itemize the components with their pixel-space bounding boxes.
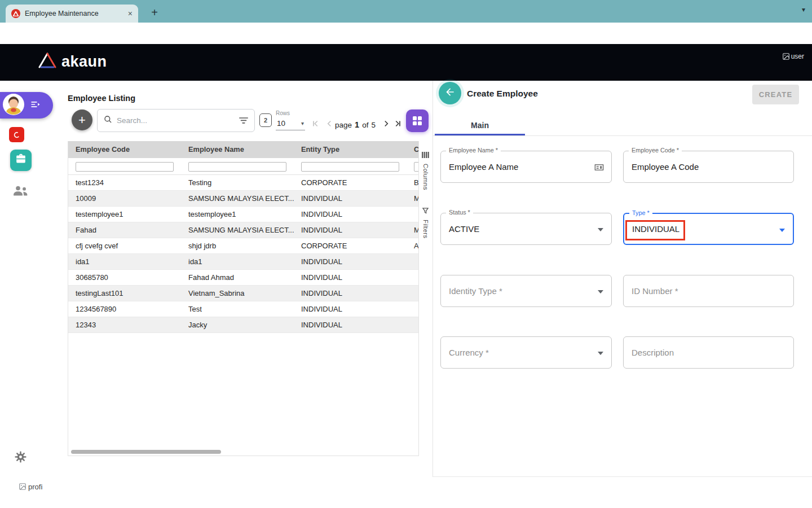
chevron-down-icon (598, 228, 603, 231)
status-field[interactable]: Status * ACTIVE (440, 213, 612, 245)
filter-input-clipped[interactable] (414, 162, 419, 172)
cell-employee-name: SAMSUNG MALAYSIA ELECT... (181, 226, 294, 234)
cell-employee-code: cfj cvefg cvef (68, 242, 181, 250)
columns-side-tab-label: Columns (422, 164, 429, 190)
sidebar-item-employee-applet[interactable] (10, 150, 32, 171)
sidebar-item-pdf-applet[interactable] (9, 127, 24, 142)
cell-entity-type: INDIVIDUAL (294, 289, 407, 297)
app-header: akaun user (0, 44, 812, 81)
last-page-button[interactable] (393, 119, 403, 129)
filters-side-tab[interactable]: Filters (422, 206, 429, 238)
cell-clipped: M (407, 194, 419, 203)
akaun-brand[interactable]: akaun (38, 52, 107, 71)
tab-favicon-icon (11, 9, 20, 18)
chevron-down-icon: ▾ (301, 120, 304, 126)
back-button-create[interactable] (439, 82, 461, 104)
sidebar-item-group[interactable] (13, 186, 28, 198)
table-row[interactable]: ida1 ida1 INDIVIDUAL (68, 254, 418, 270)
browser-toolbar: ← → ↻ akaun.cloud/#/applets/wavelet/erp/… (0, 23, 812, 44)
tab-title: Employee Maintenance (25, 10, 123, 17)
filter-funnel-icon (422, 206, 429, 216)
broken-image-icon (19, 483, 27, 492)
view-grid-button[interactable] (406, 110, 429, 132)
address-book-icon[interactable] (594, 162, 604, 175)
annotation-highlight-box (625, 220, 685, 240)
search-input[interactable] (117, 116, 235, 125)
employee-name-value: Employee A Name (449, 151, 518, 182)
cell-entity-type: INDIVIDUAL (294, 257, 407, 266)
tab-main[interactable]: Main (435, 116, 525, 134)
cell-entity-type: INDIVIDUAL (294, 273, 407, 282)
column-header-employee-name[interactable]: Employee Name (181, 141, 294, 158)
add-employee-button[interactable]: + (72, 110, 92, 130)
profile-image-alt-text: profi (28, 483, 42, 491)
cell-entity-type: INDIVIDUAL (294, 210, 407, 218)
cell-employee-code: 12343 (68, 321, 181, 329)
sidebar-profile-pill[interactable] (0, 92, 53, 119)
previous-page-button[interactable] (324, 119, 334, 129)
create-button[interactable]: CREATE (752, 85, 799, 104)
new-tab-button[interactable]: + (147, 5, 162, 20)
search-icon (104, 115, 112, 126)
rows-per-page-select[interactable]: Rows 10 ▾ (276, 110, 305, 130)
identity-type-placeholder: Identity Type * (449, 275, 502, 306)
search-box[interactable] (97, 109, 255, 132)
table-row[interactable]: 12343 Jacky INDIVIDUAL (68, 317, 418, 333)
cell-employee-code: 30685780 (68, 273, 181, 282)
column-header-clipped[interactable]: Cu (407, 141, 419, 158)
cell-employee-code: testemployee1 (68, 210, 181, 218)
filters-side-tab-label: Filters (422, 220, 429, 238)
table-row[interactable]: 30685780 Fahad Ahmad INDIVIDUAL (68, 270, 418, 286)
search-filter-icon[interactable] (239, 116, 248, 126)
page-size-icon[interactable]: 2 (259, 113, 272, 127)
user-avatar-broken-image[interactable]: user (782, 52, 804, 62)
columns-side-tab[interactable]: Columns (422, 150, 429, 190)
cell-employee-code: 10009 (68, 194, 181, 203)
next-page-button[interactable] (381, 119, 391, 129)
rows-per-page-value: 10 (277, 119, 285, 128)
filter-input-entity-type[interactable] (301, 162, 399, 172)
chevron-down-icon (779, 229, 785, 232)
cell-clipped: AC (407, 242, 419, 250)
id-number-field[interactable]: ID Number * (623, 275, 794, 307)
tabs-divider (433, 135, 812, 136)
cell-employee-name: SAMSUNG MALAYSIA ELECT... (181, 194, 294, 203)
cell-employee-name: shjd jdrb (181, 242, 294, 250)
identity-type-field[interactable]: Identity Type * (440, 275, 612, 307)
settings-gear-icon[interactable] (14, 450, 27, 466)
browser-tab[interactable]: Employee Maintenance × (6, 5, 138, 23)
column-header-entity-type[interactable]: Entity Type (294, 141, 407, 158)
broken-image-icon (782, 52, 790, 62)
description-field[interactable]: Description (623, 336, 794, 369)
chevron-down-icon (598, 352, 603, 355)
type-field[interactable]: Type * INDIVIDUAL (623, 213, 794, 245)
employee-name-field[interactable]: Employee Name * Employee A Name (440, 151, 612, 183)
first-page-button[interactable] (310, 119, 320, 129)
table-row[interactable]: Fahad SAMSUNG MALAYSIA ELECT... INDIVIDU… (68, 222, 418, 238)
cell-entity-type: INDIVIDUAL (294, 321, 407, 329)
horizontal-scrollbar-thumb[interactable] (71, 450, 221, 454)
employee-code-field[interactable]: Employee Code * Employee A Code (623, 151, 794, 183)
tab-close-icon[interactable]: × (128, 9, 133, 18)
tab-list-chevron-icon[interactable]: ▾ (802, 6, 805, 14)
cell-employee-name: Jacky (181, 321, 294, 329)
table-row[interactable]: cfj cvefg cvef shjd jdrb CORPORATE AC (68, 238, 418, 254)
rows-label: Rows (276, 110, 305, 116)
table-row[interactable]: testingLast101 Vietnam_Sabrina INDIVIDUA… (68, 286, 418, 301)
cell-entity-type: INDIVIDUAL (294, 194, 407, 203)
table-row[interactable]: 10009 SAMSUNG MALAYSIA ELECT... INDIVIDU… (68, 191, 418, 207)
table-row[interactable]: 1234567890 Test INDIVIDUAL (68, 301, 418, 317)
table-row[interactable]: test1234 Testing CORPORATE BO (68, 175, 418, 191)
currency-field[interactable]: Currency * (440, 336, 612, 369)
column-header-employee-code[interactable]: Employee Code (68, 141, 181, 158)
filter-input-employee-code[interactable] (76, 162, 174, 172)
filter-input-employee-name[interactable] (188, 162, 286, 172)
brand-name: akaun (61, 53, 107, 71)
current-page: 1 (355, 120, 359, 129)
status-value: ACTIVE (449, 213, 479, 244)
cell-entity-type: INDIVIDUAL (294, 226, 407, 234)
table-row[interactable]: testemployee1 testemployee1 INDIVIDUAL (68, 207, 418, 222)
cell-entity-type: CORPORATE (294, 178, 407, 187)
menu-toggle-icon[interactable] (30, 99, 41, 112)
sidebar-profile-broken-image[interactable]: profi (19, 483, 42, 492)
